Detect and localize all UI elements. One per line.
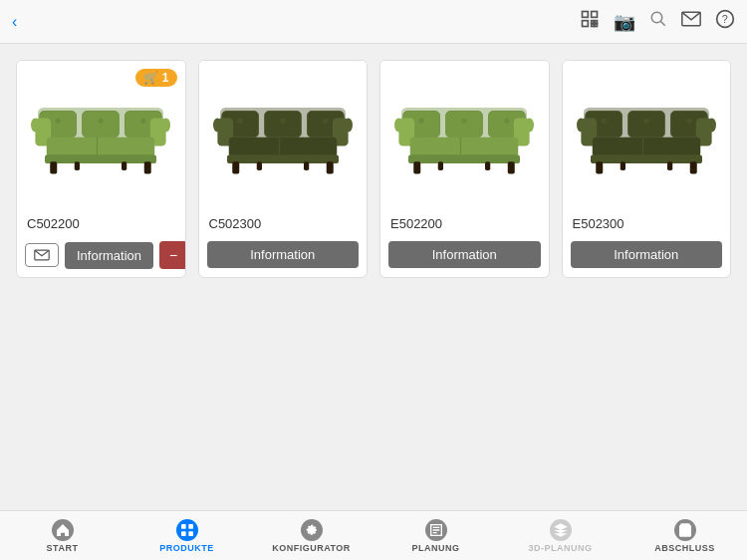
nav-item-3d-planung[interactable]: 3D-PLANUNG [498, 515, 622, 557]
product-code: C502300 [199, 210, 368, 235]
nav-label-start: START [47, 543, 79, 553]
qr-icon[interactable] [580, 9, 600, 34]
nav-label-planung: PLANUNG [412, 543, 460, 553]
nav-item-start[interactable]: START [0, 515, 124, 557]
header-icons: 📷 ? [580, 9, 735, 34]
email-button[interactable] [25, 243, 59, 267]
svg-point-47 [213, 119, 222, 133]
svg-point-28 [31, 119, 40, 133]
svg-point-27 [141, 119, 146, 124]
sofa-image [577, 86, 716, 185]
sofa-image [394, 86, 534, 185]
svg-rect-86 [188, 524, 193, 529]
nav-item-konfigurator[interactable]: KONFIGURATOR [249, 515, 374, 557]
remove-button[interactable]: − [159, 241, 185, 269]
svg-rect-24 [122, 161, 126, 170]
svg-rect-1 [592, 12, 598, 18]
nav-item-planung[interactable]: PLANUNG [374, 515, 498, 557]
svg-point-45 [280, 119, 285, 124]
search-icon[interactable] [649, 10, 667, 33]
svg-rect-87 [181, 531, 186, 536]
nav-icon-cart [674, 519, 696, 541]
svg-text:?: ? [722, 13, 728, 25]
info-button[interactable]: Information [388, 241, 541, 268]
svg-rect-85 [181, 524, 186, 529]
back-chevron-icon: ‹ [12, 13, 17, 31]
svg-rect-60 [438, 161, 443, 170]
svg-point-83 [577, 119, 586, 133]
nav-label-konfigurator: KONFIGURATOR [272, 543, 351, 553]
product-grid: 🛒1 [16, 60, 731, 278]
product-code: E502200 [380, 210, 549, 235]
svg-rect-6 [595, 24, 598, 27]
header: ‹ 📷 ? [0, 0, 747, 44]
svg-rect-22 [144, 161, 151, 173]
sofa-image [31, 86, 170, 185]
svg-rect-3 [592, 21, 595, 24]
svg-rect-79 [667, 161, 672, 170]
svg-rect-77 [690, 161, 697, 173]
svg-rect-0 [583, 12, 589, 18]
product-actions: Information [380, 235, 549, 276]
help-icon[interactable]: ? [715, 9, 735, 34]
svg-rect-2 [583, 21, 589, 27]
svg-point-25 [56, 119, 61, 124]
svg-rect-41 [327, 161, 334, 173]
sofa-image [213, 86, 353, 185]
product-image-area [563, 61, 731, 210]
svg-rect-55 [410, 138, 519, 156]
svg-point-80 [601, 119, 606, 124]
product-actions: Information − [17, 235, 185, 277]
svg-rect-18 [47, 138, 155, 156]
svg-point-29 [162, 119, 171, 133]
svg-point-81 [643, 119, 648, 124]
svg-point-63 [462, 119, 467, 124]
svg-line-8 [660, 21, 665, 26]
svg-rect-75 [591, 154, 702, 163]
svg-rect-43 [304, 161, 309, 170]
svg-rect-39 [227, 154, 339, 163]
svg-rect-42 [257, 161, 262, 170]
product-actions: Information [199, 235, 368, 276]
main-content: 🛒1 [0, 44, 747, 510]
nav-item-abschluss[interactable]: ABSCHLUSS [622, 515, 747, 557]
nav-icon-cube [550, 519, 572, 541]
product-card-e502200: E502200 Information [379, 60, 550, 278]
svg-rect-20 [45, 154, 156, 163]
svg-point-62 [419, 119, 424, 124]
back-button[interactable]: ‹ [12, 13, 21, 31]
svg-rect-37 [229, 138, 338, 156]
svg-point-82 [686, 119, 691, 124]
svg-point-84 [707, 119, 716, 133]
svg-point-44 [237, 119, 242, 124]
product-image-area [199, 61, 368, 210]
nav-item-produkte[interactable]: PRODUKTE [124, 515, 249, 557]
nav-icon-gear [301, 519, 323, 541]
svg-rect-4 [595, 21, 598, 24]
info-button[interactable]: Information [571, 241, 723, 268]
bottom-nav: START PRODUKTE KONFIGURATOR PLANUNG 3D-P… [0, 510, 747, 560]
product-actions: Information [563, 235, 731, 276]
info-button[interactable]: Information [65, 242, 153, 269]
svg-rect-58 [414, 161, 421, 173]
svg-rect-5 [592, 24, 595, 27]
product-card-c502300: C502300 Information [198, 60, 369, 278]
product-code: C502200 [17, 210, 185, 235]
product-card-e502300: E502300 Information [562, 60, 732, 278]
nav-icon-plan [425, 519, 447, 541]
svg-rect-73 [593, 138, 701, 156]
svg-rect-57 [408, 154, 520, 163]
svg-rect-23 [75, 161, 80, 170]
info-button[interactable]: Information [207, 241, 360, 268]
svg-rect-59 [508, 161, 515, 173]
svg-rect-21 [51, 161, 58, 173]
mail-icon[interactable] [681, 11, 701, 32]
nav-label-3d-planung: 3D-PLANUNG [528, 543, 592, 553]
camera-icon[interactable]: 📷 [614, 11, 635, 33]
svg-point-26 [99, 119, 104, 124]
nav-icon-grid [176, 519, 198, 541]
svg-rect-88 [188, 531, 193, 536]
svg-point-46 [323, 119, 328, 124]
cart-icon: 🛒 [143, 71, 158, 85]
svg-rect-76 [596, 161, 603, 173]
